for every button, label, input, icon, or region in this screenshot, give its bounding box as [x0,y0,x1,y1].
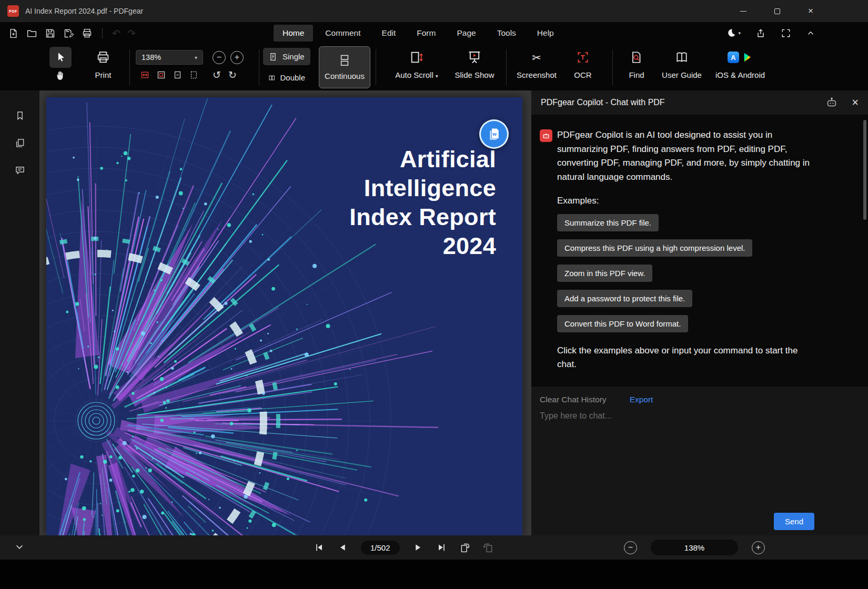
toolbar-divider [259,49,259,85]
tab-help[interactable]: Help [528,25,563,42]
copilot-robot-button[interactable] [825,96,838,109]
redo-button[interactable]: ↷ [127,28,136,38]
zoom-in-statusbar-button[interactable]: + [752,541,765,554]
toolbar-divider [376,49,376,85]
continuous-view-button[interactable]: Continuous [319,46,370,88]
footer-strip [0,560,868,589]
tab-comment[interactable]: Comment [316,25,369,42]
new-file-button[interactable] [7,27,19,39]
previous-page-button[interactable] [337,542,349,553]
save-as-button[interactable] [63,27,74,39]
convert-to-word-badge[interactable]: w [479,119,509,149]
double-page-button[interactable]: Double [263,69,310,86]
save-icon [45,28,56,39]
chevron-down-icon: ▾ [195,55,197,60]
rotate-right-button[interactable]: ↻ [228,70,237,80]
zoom-level-indicator[interactable]: 138% [651,540,738,555]
zoom-out-statusbar-button[interactable]: − [624,541,637,554]
dark-mode-toggle[interactable]: ▾ [726,28,741,38]
copilot-scrollbar-thumb[interactable] [863,120,866,220]
slide-show-icon [467,49,482,66]
rotate-left-button[interactable]: ↺ [213,70,221,80]
hand-tool-button[interactable] [55,69,66,81]
thumbnails-panel-button[interactable] [14,137,26,149]
first-page-button[interactable] [314,542,325,553]
collapse-ribbon-button[interactable] [806,28,815,38]
copilot-close-button[interactable]: × [852,97,859,108]
print-button[interactable]: Print [86,49,120,79]
actual-size-button[interactable] [173,70,182,80]
zoom-in-button[interactable]: + [230,51,244,64]
actual-size-icon [173,70,182,79]
bookmarks-panel-button[interactable] [14,109,26,122]
fullscreen-button[interactable] [781,28,791,38]
fit-page-icon [157,70,166,79]
example-compress-button[interactable]: Compress this PDF using a high compressi… [557,239,752,257]
rotate-page-left-icon [459,542,470,553]
example-summarize-button[interactable]: Summarize this PDF file. [557,214,659,231]
zoom-out-button[interactable]: − [213,51,226,64]
tab-tools[interactable]: Tools [488,25,525,42]
copilot-chat-area: PDFgear Copilot is an AI tool designed t… [531,115,868,387]
continuous-view-icon [339,55,350,66]
ocr-button[interactable]: OCR [567,49,599,79]
fit-visible-button[interactable] [189,70,198,80]
chevron-up-icon [806,28,815,38]
page-indicator[interactable]: 1/502 [361,541,400,555]
screenshot-button[interactable]: ✂ Screenshot [511,49,562,79]
fit-visible-icon [189,70,198,79]
close-button[interactable]: × [805,5,816,17]
word-doc-icon: w [487,127,501,141]
pdfgear-logo-icon: PDF [7,5,19,17]
hand-icon [55,69,66,81]
tab-page[interactable]: Page [448,25,485,42]
svg-text:w: w [492,131,497,137]
zoom-level-select[interactable]: 138% ▾ [136,50,203,65]
fit-page-button[interactable] [156,70,166,80]
chat-input[interactable] [531,411,851,421]
comment-icon [15,165,25,176]
find-button[interactable]: Find [621,49,652,79]
save-button[interactable] [44,27,56,39]
select-tool-button[interactable] [49,47,72,68]
single-page-button[interactable]: Single [263,48,310,65]
maximize-button[interactable] [771,5,783,17]
fit-width-icon [140,70,149,79]
share-button[interactable] [755,28,766,38]
rotate-page-right-button[interactable] [483,542,494,553]
quick-print-button[interactable] [81,27,93,39]
last-page-button[interactable] [436,542,447,553]
example-zoom-button[interactable]: Zoom in this PDF view. [557,265,652,282]
clear-chat-history-link[interactable]: Clear Chat History [540,395,607,404]
collapse-statusbar-button[interactable] [14,541,25,553]
open-file-button[interactable] [26,27,37,39]
app-store-icon: A [728,52,739,63]
export-link[interactable]: Export [630,395,653,404]
user-guide-button[interactable]: User Guide [658,49,706,79]
comments-panel-button[interactable] [14,164,26,177]
minimize-icon [740,11,746,12]
next-page-button[interactable] [412,542,423,553]
bookmark-icon [15,110,25,121]
rotate-page-left-button[interactable] [459,542,471,553]
example-password-button[interactable]: Add a password to protect this file. [557,290,692,307]
tab-form[interactable]: Form [408,25,445,42]
ios-android-button[interactable]: A iOS & Android [709,49,771,79]
window-controls: × [738,0,816,22]
undo-button[interactable]: ↶ [112,28,120,38]
single-page-icon [268,52,278,62]
printer-icon [96,49,110,66]
book-icon [675,49,689,66]
fit-width-button[interactable] [140,70,149,80]
find-icon [630,49,643,66]
send-button[interactable]: Send [774,513,814,530]
tab-home[interactable]: Home [274,25,313,42]
copilot-title: PDFgear Copilot - Chat with PDF [541,98,665,107]
tab-edit[interactable]: Edit [373,25,405,42]
auto-scroll-button[interactable]: Auto Scroll▾ [386,49,447,79]
robot-icon [825,96,838,109]
example-convert-button[interactable]: Convert this PDF to Word format. [557,315,688,332]
pdf-cover-title: Artificial Intelligence Index Report 202… [349,145,496,260]
slide-show-button[interactable]: Slide Show [448,49,501,79]
minimize-button[interactable] [738,5,749,17]
